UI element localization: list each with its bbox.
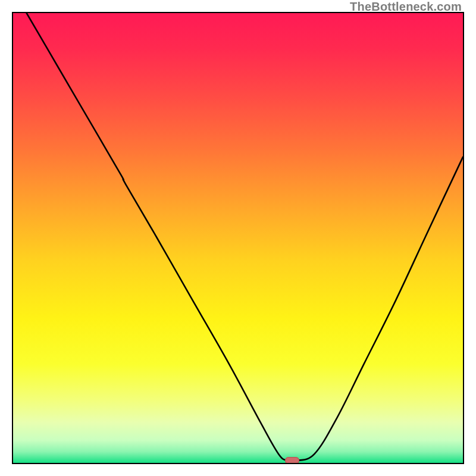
plot-area [12, 12, 464, 464]
bottleneck-curve [13, 13, 463, 463]
optimal-marker [285, 457, 299, 464]
chart-frame: TheBottleneck.com [0, 0, 476, 476]
